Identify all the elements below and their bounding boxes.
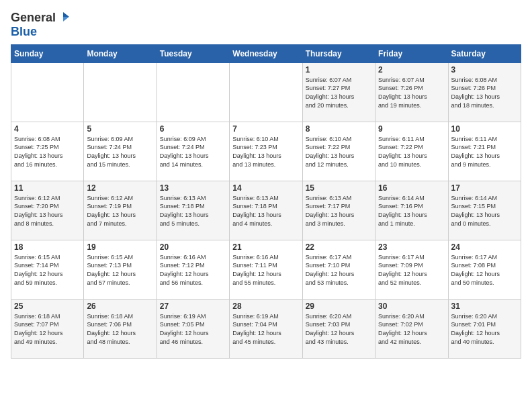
day-info: Sunrise: 6:10 AM Sunset: 7:22 PM Dayligh… bbox=[306, 135, 372, 169]
day-number: 8 bbox=[306, 124, 372, 134]
calendar-day-cell: 15Sunrise: 6:13 AM Sunset: 7:17 PM Dayli… bbox=[302, 181, 375, 240]
day-info: Sunrise: 6:12 AM Sunset: 7:20 PM Dayligh… bbox=[14, 194, 81, 228]
day-info: Sunrise: 6:11 AM Sunset: 7:21 PM Dayligh… bbox=[451, 135, 518, 169]
day-info: Sunrise: 6:18 AM Sunset: 7:07 PM Dayligh… bbox=[14, 312, 81, 346]
calendar-day-cell: 21Sunrise: 6:16 AM Sunset: 7:11 PM Dayli… bbox=[230, 240, 302, 299]
calendar-header-row: SundayMondayTuesdayWednesdayThursdayFrid… bbox=[11, 44, 521, 62]
day-number: 19 bbox=[87, 242, 153, 252]
day-number: 6 bbox=[160, 124, 226, 134]
calendar-day-cell: 11Sunrise: 6:12 AM Sunset: 7:20 PM Dayli… bbox=[11, 181, 84, 240]
day-of-week-header: Monday bbox=[84, 44, 157, 62]
day-number: 4 bbox=[14, 124, 81, 134]
calendar-day-cell: 5Sunrise: 6:09 AM Sunset: 7:24 PM Daylig… bbox=[84, 122, 157, 181]
calendar-day-cell bbox=[230, 62, 302, 122]
calendar-week-row: 25Sunrise: 6:18 AM Sunset: 7:07 PM Dayli… bbox=[11, 299, 521, 358]
calendar-day-cell bbox=[84, 62, 157, 122]
calendar-week-row: 1Sunrise: 6:07 AM Sunset: 7:27 PM Daylig… bbox=[11, 62, 521, 122]
day-info: Sunrise: 6:14 AM Sunset: 7:16 PM Dayligh… bbox=[378, 194, 445, 228]
day-number: 11 bbox=[14, 183, 81, 193]
day-number: 29 bbox=[306, 302, 372, 311]
day-of-week-header: Sunday bbox=[11, 44, 84, 62]
day-number: 31 bbox=[451, 302, 518, 311]
day-of-week-header: Wednesday bbox=[230, 44, 302, 62]
day-number: 2 bbox=[378, 65, 445, 75]
calendar-day-cell: 14Sunrise: 6:13 AM Sunset: 7:18 PM Dayli… bbox=[230, 181, 302, 240]
day-info: Sunrise: 6:13 AM Sunset: 7:17 PM Dayligh… bbox=[306, 194, 372, 228]
day-number: 7 bbox=[232, 124, 299, 134]
day-info: Sunrise: 6:20 AM Sunset: 7:01 PM Dayligh… bbox=[451, 312, 518, 346]
calendar-day-cell: 20Sunrise: 6:16 AM Sunset: 7:12 PM Dayli… bbox=[157, 240, 229, 299]
calendar-day-cell: 25Sunrise: 6:18 AM Sunset: 7:07 PM Dayli… bbox=[11, 299, 84, 358]
calendar-day-cell: 23Sunrise: 6:17 AM Sunset: 7:09 PM Dayli… bbox=[375, 240, 448, 299]
calendar-day-cell: 19Sunrise: 6:15 AM Sunset: 7:13 PM Dayli… bbox=[84, 240, 157, 299]
day-info: Sunrise: 6:10 AM Sunset: 7:23 PM Dayligh… bbox=[232, 135, 299, 169]
logo: General Blue bbox=[11, 11, 69, 39]
day-number: 22 bbox=[306, 242, 372, 252]
svg-marker-1 bbox=[63, 17, 69, 21]
day-number: 12 bbox=[87, 183, 153, 193]
day-number: 25 bbox=[14, 302, 81, 311]
day-info: Sunrise: 6:20 AM Sunset: 7:03 PM Dayligh… bbox=[306, 312, 372, 346]
day-info: Sunrise: 6:07 AM Sunset: 7:26 PM Dayligh… bbox=[378, 76, 445, 109]
day-number: 21 bbox=[232, 242, 299, 252]
day-info: Sunrise: 6:13 AM Sunset: 7:18 PM Dayligh… bbox=[160, 194, 226, 228]
calendar-day-cell: 10Sunrise: 6:11 AM Sunset: 7:21 PM Dayli… bbox=[448, 122, 521, 181]
calendar-day-cell: 30Sunrise: 6:20 AM Sunset: 7:02 PM Dayli… bbox=[375, 299, 448, 358]
day-info: Sunrise: 6:09 AM Sunset: 7:24 PM Dayligh… bbox=[87, 135, 153, 169]
day-number: 18 bbox=[14, 242, 81, 252]
day-number: 3 bbox=[451, 65, 518, 75]
day-number: 20 bbox=[160, 242, 226, 252]
day-info: Sunrise: 6:08 AM Sunset: 7:25 PM Dayligh… bbox=[14, 135, 81, 169]
logo-bird-icon bbox=[57, 11, 69, 23]
day-info: Sunrise: 6:12 AM Sunset: 7:19 PM Dayligh… bbox=[87, 194, 153, 228]
day-number: 13 bbox=[160, 183, 226, 193]
day-info: Sunrise: 6:14 AM Sunset: 7:15 PM Dayligh… bbox=[451, 194, 518, 228]
day-info: Sunrise: 6:16 AM Sunset: 7:12 PM Dayligh… bbox=[160, 253, 226, 287]
day-info: Sunrise: 6:13 AM Sunset: 7:18 PM Dayligh… bbox=[232, 194, 299, 228]
calendar-day-cell: 9Sunrise: 6:11 AM Sunset: 7:22 PM Daylig… bbox=[375, 122, 448, 181]
day-info: Sunrise: 6:16 AM Sunset: 7:11 PM Dayligh… bbox=[232, 253, 299, 287]
day-number: 24 bbox=[451, 242, 518, 252]
day-number: 1 bbox=[306, 65, 372, 75]
day-number: 16 bbox=[378, 183, 445, 193]
day-info: Sunrise: 6:15 AM Sunset: 7:14 PM Dayligh… bbox=[14, 253, 81, 287]
calendar-week-row: 18Sunrise: 6:15 AM Sunset: 7:14 PM Dayli… bbox=[11, 240, 521, 299]
day-number: 17 bbox=[451, 183, 518, 193]
calendar-day-cell: 31Sunrise: 6:20 AM Sunset: 7:01 PM Dayli… bbox=[448, 299, 521, 358]
day-of-week-header: Tuesday bbox=[157, 44, 229, 62]
calendar-day-cell: 3Sunrise: 6:08 AM Sunset: 7:26 PM Daylig… bbox=[448, 62, 521, 122]
day-number: 10 bbox=[451, 124, 518, 134]
calendar-day-cell: 26Sunrise: 6:18 AM Sunset: 7:06 PM Dayli… bbox=[84, 299, 157, 358]
calendar-day-cell: 24Sunrise: 6:17 AM Sunset: 7:08 PM Dayli… bbox=[448, 240, 521, 299]
day-info: Sunrise: 6:17 AM Sunset: 7:10 PM Dayligh… bbox=[306, 253, 372, 287]
calendar-day-cell: 27Sunrise: 6:19 AM Sunset: 7:05 PM Dayli… bbox=[157, 299, 229, 358]
calendar-day-cell: 18Sunrise: 6:15 AM Sunset: 7:14 PM Dayli… bbox=[11, 240, 84, 299]
calendar-day-cell bbox=[11, 62, 84, 122]
calendar-day-cell: 28Sunrise: 6:19 AM Sunset: 7:04 PM Dayli… bbox=[230, 299, 302, 358]
day-number: 26 bbox=[87, 302, 153, 311]
day-number: 23 bbox=[378, 242, 445, 252]
svg-marker-0 bbox=[63, 12, 69, 17]
calendar-week-row: 11Sunrise: 6:12 AM Sunset: 7:20 PM Dayli… bbox=[11, 181, 521, 240]
calendar-day-cell: 4Sunrise: 6:08 AM Sunset: 7:25 PM Daylig… bbox=[11, 122, 84, 181]
day-info: Sunrise: 6:09 AM Sunset: 7:24 PM Dayligh… bbox=[160, 135, 226, 169]
day-info: Sunrise: 6:17 AM Sunset: 7:09 PM Dayligh… bbox=[378, 253, 445, 287]
calendar-day-cell: 6Sunrise: 6:09 AM Sunset: 7:24 PM Daylig… bbox=[157, 122, 229, 181]
day-info: Sunrise: 6:15 AM Sunset: 7:13 PM Dayligh… bbox=[87, 253, 153, 287]
day-info: Sunrise: 6:11 AM Sunset: 7:22 PM Dayligh… bbox=[378, 135, 445, 169]
logo-blue-text: Blue bbox=[11, 26, 37, 39]
calendar-day-cell: 2Sunrise: 6:07 AM Sunset: 7:26 PM Daylig… bbox=[375, 62, 448, 122]
calendar-day-cell: 8Sunrise: 6:10 AM Sunset: 7:22 PM Daylig… bbox=[302, 122, 375, 181]
day-info: Sunrise: 6:07 AM Sunset: 7:27 PM Dayligh… bbox=[306, 76, 372, 109]
day-info: Sunrise: 6:20 AM Sunset: 7:02 PM Dayligh… bbox=[378, 312, 445, 346]
day-number: 5 bbox=[87, 124, 153, 134]
day-info: Sunrise: 6:17 AM Sunset: 7:08 PM Dayligh… bbox=[451, 253, 518, 287]
calendar-day-cell: 1Sunrise: 6:07 AM Sunset: 7:27 PM Daylig… bbox=[302, 62, 375, 122]
calendar-week-row: 4Sunrise: 6:08 AM Sunset: 7:25 PM Daylig… bbox=[11, 122, 521, 181]
logo-general-text: General bbox=[11, 11, 56, 25]
calendar-table: SundayMondayTuesdayWednesdayThursdayFrid… bbox=[11, 44, 521, 359]
calendar-day-cell: 22Sunrise: 6:17 AM Sunset: 7:10 PM Dayli… bbox=[302, 240, 375, 299]
day-info: Sunrise: 6:19 AM Sunset: 7:05 PM Dayligh… bbox=[160, 312, 226, 346]
day-info: Sunrise: 6:19 AM Sunset: 7:04 PM Dayligh… bbox=[232, 312, 299, 346]
day-number: 30 bbox=[378, 302, 445, 311]
